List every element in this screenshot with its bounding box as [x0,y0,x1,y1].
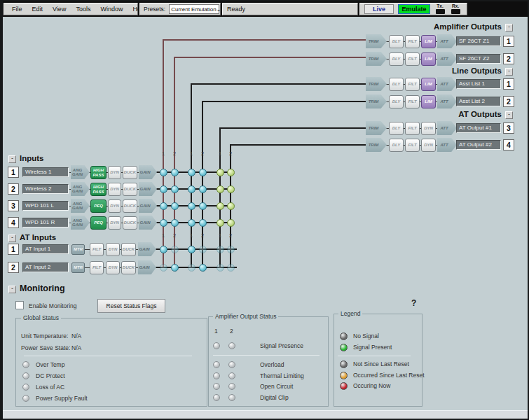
dsp-block-filt[interactable]: FILT [405,139,420,152]
emulate-button[interactable]: Emulate [398,4,430,14]
output-number[interactable]: 2 [503,53,514,64]
dsp-block-gain[interactable]: GAIN [139,216,157,230]
dsp-block-dyn[interactable]: DYN [108,166,121,179]
dsp-block-filt[interactable]: FILT [405,95,420,108]
dsp-block-dly[interactable]: DLY [389,95,404,108]
crosspoint-node[interactable] [160,219,167,227]
collapse-at-inputs-button[interactable]: - [8,234,16,242]
crosspoint-node[interactable] [227,186,235,193]
dsp-block-gain[interactable]: GAIN [138,260,156,274]
menu-item-view[interactable]: View [48,4,71,15]
dsp-block-peq[interactable]: PEQ [90,200,107,213]
dsp-block-att[interactable]: ATT [437,52,457,66]
help-icon[interactable]: ? [411,298,416,308]
output-name-field[interactable]: Asst List 1 [456,79,501,89]
output-name-field[interactable]: AT Output #2 [456,140,501,150]
crosspoint-node[interactable] [199,202,207,210]
dsp-block-att[interactable]: ATT [437,34,457,48]
crosspoint-node[interactable] [199,264,207,272]
output-name-field[interactable]: AT Output #1 [456,123,501,133]
dsp-block-att[interactable]: ATT [437,94,457,108]
input-name-field[interactable]: Wireless 1 [22,167,69,177]
dsp-block-trim[interactable]: TRIM [366,34,387,48]
crosspoint-node[interactable] [217,202,224,210]
dsp-block-filt[interactable]: FILT [405,35,420,48]
dsp-block-ang-gain[interactable]: ANG GAIN [71,182,90,196]
dsp-block-att[interactable]: ATT [437,77,457,91]
crosspoint-node[interactable] [171,202,179,210]
collapse-at-outputs-button[interactable]: - [505,111,513,119]
dsp-block-dly[interactable]: DLY [389,35,404,48]
dsp-block-duck[interactable]: DUCK [123,216,137,230]
live-button[interactable]: Live [364,4,394,14]
menu-item-tools[interactable]: Tools [71,4,95,15]
crosspoint-node[interactable] [227,169,235,176]
input-number[interactable]: 1 [8,167,19,178]
crosspoint-node[interactable] [160,169,167,176]
crosspoint-node[interactable] [199,219,207,227]
output-number[interactable]: 1 [503,36,514,47]
dsp-block-mtr[interactable]: MTR [71,244,85,255]
input-name-field[interactable]: Wireless 2 [22,184,69,194]
dsp-block-dyn[interactable]: DYN [421,122,436,135]
dsp-block-gain[interactable]: GAIN [139,182,157,196]
dsp-block-ang-gain[interactable]: ANG GAIN [71,216,90,230]
crosspoint-node[interactable] [171,186,179,193]
collapse-monitoring-button[interactable]: - [8,286,16,293]
crosspoint-node[interactable] [171,219,179,227]
crosspoint-node[interactable] [188,264,195,272]
crosspoint-node[interactable] [227,219,235,227]
output-number[interactable]: 1 [503,78,514,90]
crosspoint-node[interactable] [160,186,167,193]
dsp-block-duck[interactable]: DUCK [123,200,137,213]
dsp-block-dyn[interactable]: DYN [421,139,436,152]
menu-item-file[interactable]: File [7,4,27,15]
crosspoint-node[interactable] [188,169,195,176]
dsp-block-mtr[interactable]: MTR [71,262,85,273]
dsp-block-peq[interactable]: PEQ [90,216,107,230]
dsp-block-lim[interactable]: LIM [421,95,436,108]
dsp-block-dly[interactable]: DLY [389,78,404,91]
dsp-block-duck[interactable]: DUCK [123,166,137,179]
input-name-field[interactable]: WPD 101 R [22,218,69,227]
menu-item-window[interactable]: Window [95,4,128,15]
input-number[interactable]: 4 [8,217,19,228]
crosspoint-node[interactable] [160,202,167,210]
dsp-block-trim[interactable]: TRIM [366,94,387,108]
crosspoint-node[interactable] [171,246,179,253]
dsp-block-dyn[interactable]: DYN [108,200,121,213]
dsp-block-lim[interactable]: LIM [421,35,436,48]
output-number[interactable]: 3 [503,122,514,134]
collapse-amplifier-outputs-button[interactable]: - [505,24,513,31]
dsp-block-high-pass[interactable]: HIGH PASS [90,166,107,179]
dsp-block-duck[interactable]: DUCK [121,243,136,256]
at-input-number[interactable]: 1 [8,244,19,255]
crosspoint-node[interactable] [171,264,179,272]
at-input-name-field[interactable]: AT Input 1 [22,244,69,254]
crosspoint-node[interactable] [217,186,224,193]
collapse-line-outputs-button[interactable]: - [505,68,513,76]
reset-status-flags-button[interactable]: Reset Status Flags [97,299,165,313]
crosspoint-node[interactable] [217,169,224,176]
crosspoint-node[interactable] [199,169,207,176]
dsp-block-high-pass[interactable]: HIGH PASS [90,183,107,196]
dsp-block-dly[interactable]: DLY [389,52,404,66]
crosspoint-node[interactable] [227,202,235,210]
crosspoint-node[interactable] [171,169,179,176]
dsp-block-trim[interactable]: TRIM [366,52,387,66]
crosspoint-node[interactable] [217,264,224,272]
dsp-block-dly[interactable]: DLY [389,122,404,135]
menu-item-edit[interactable]: Edit [27,4,48,15]
dsp-block-lim[interactable]: LIM [421,78,436,91]
input-number[interactable]: 2 [8,183,19,195]
dsp-block-gain[interactable]: GAIN [139,199,157,213]
crosspoint-node[interactable] [199,186,207,193]
crosspoint-node[interactable] [217,219,224,227]
enable-monitoring-checkbox[interactable] [15,301,24,309]
dsp-block-lim[interactable]: LIM [421,52,436,66]
collapse-inputs-button[interactable]: - [8,155,16,163]
dsp-block-filt[interactable]: FILT [405,78,420,91]
dsp-block-duck[interactable]: DUCK [123,183,137,196]
output-number[interactable]: 4 [503,139,514,150]
crosspoint-node[interactable] [188,219,195,227]
